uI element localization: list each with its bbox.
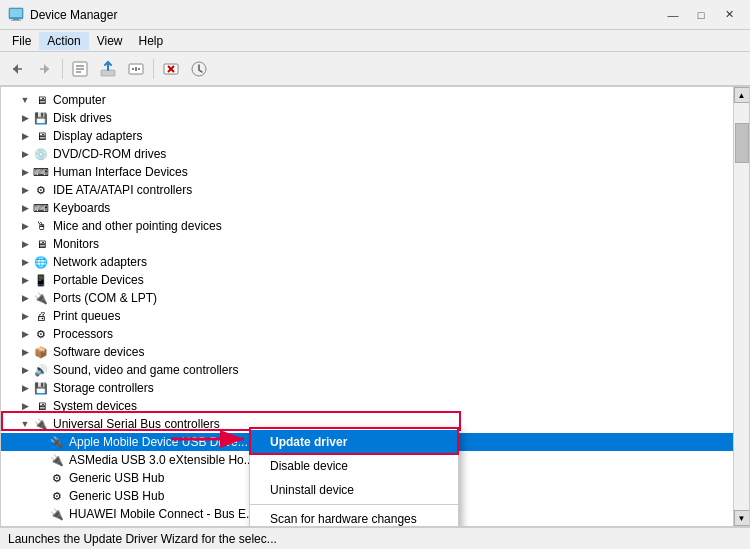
context-menu-uninstall-device[interactable]: Uninstall device [250,478,458,502]
item-label: Computer [53,93,106,107]
status-text: Launches the Update Driver Wizard for th… [8,532,277,546]
list-item[interactable]: ▶ Network adapters [1,253,733,271]
expand-icon[interactable]: ▶ [17,272,33,288]
title-bar: Device Manager — □ ✕ [0,0,750,30]
menu-view[interactable]: View [89,32,131,50]
item-label: Ports (COM & LPT) [53,291,157,305]
scroll-down-button[interactable]: ▼ [734,510,750,526]
toolbar-update-driver-button[interactable] [95,56,121,82]
title-bar-left: Device Manager [8,7,117,23]
list-item[interactable]: ▶ Mice and other pointing devices [1,217,733,235]
list-item[interactable]: ▶ Ports (COM & LPT) [1,289,733,307]
list-item[interactable]: ▶ Software devices [1,343,733,361]
svg-rect-1 [10,9,22,17]
sound-icon [33,362,49,378]
context-menu: Update driver Disable device Uninstall d… [249,427,459,527]
expand-icon[interactable]: ▶ [17,164,33,180]
expand-icon[interactable]: ▼ [17,92,33,108]
usb-hub-icon [49,488,65,504]
usb-icon [33,416,49,432]
item-label: Processors [53,327,113,341]
list-item[interactable]: ▼ Computer [1,91,733,109]
minimize-button[interactable]: — [660,5,686,25]
list-item[interactable]: ▶ Processors [1,325,733,343]
context-menu-scan-changes[interactable]: Scan for hardware changes [250,507,458,527]
list-item[interactable]: ▶ Keyboards [1,199,733,217]
toolbar-scan-button[interactable] [123,56,149,82]
close-button[interactable]: ✕ [716,5,742,25]
expand-icon[interactable]: ▼ [17,416,33,432]
toolbar-forward-button[interactable] [32,56,58,82]
list-item[interactable]: ▶ IDE ATA/ATAPI controllers [1,181,733,199]
menu-help[interactable]: Help [131,32,172,50]
scroll-track[interactable] [734,103,750,510]
list-item[interactable]: ▶ Print queues [1,307,733,325]
expand-icon[interactable]: ▶ [17,308,33,324]
toolbar-separator-1 [62,59,63,79]
context-menu-separator-1 [250,504,458,505]
item-label: Keyboards [53,201,110,215]
expand-icon[interactable]: ▶ [17,362,33,378]
ports-icon [33,290,49,306]
expand-icon[interactable]: ▶ [17,200,33,216]
expand-icon[interactable]: ▶ [17,326,33,342]
disk-icon [33,110,49,126]
keyboard-icon [33,200,49,216]
dvd-icon [33,146,49,162]
toolbar-properties-button[interactable] [67,56,93,82]
item-label: DVD/CD-ROM drives [53,147,166,161]
network-icon [33,254,49,270]
item-label: System devices [53,399,137,413]
maximize-button[interactable]: □ [688,5,714,25]
menu-file[interactable]: File [4,32,39,50]
expand-icon[interactable]: ▶ [17,398,33,414]
item-label: Generic USB Hub [69,489,164,503]
item-label: ASMedia USB 3.0 eXtensible Ho... [69,453,254,467]
ide-icon [33,182,49,198]
item-label: Human Interface Devices [53,165,188,179]
item-label: Sound, video and game controllers [53,363,238,377]
scroll-thumb[interactable] [735,123,749,163]
list-item[interactable]: ▶ Sound, video and game controllers [1,361,733,379]
menu-action[interactable]: Action [39,32,88,50]
list-item[interactable]: ▶ Disk drives [1,109,733,127]
context-menu-disable-device[interactable]: Disable device [250,454,458,478]
main-content: ▼ Computer ▶ Disk drives ▶ Display adapt… [0,86,750,527]
expand-icon[interactable]: ▶ [17,182,33,198]
expand-icon[interactable]: ▶ [17,128,33,144]
list-item[interactable]: ▶ Human Interface Devices [1,163,733,181]
expand-icon[interactable]: ▶ [17,290,33,306]
expand-icon[interactable]: ▶ [17,146,33,162]
toolbar-view-button[interactable] [186,56,212,82]
context-menu-update-driver[interactable]: Update driver [250,430,458,454]
list-item[interactable]: ▶ DVD/CD-ROM drives [1,145,733,163]
expand-icon[interactable]: ▶ [17,344,33,360]
expand-icon[interactable]: ▶ [17,236,33,252]
expand-icon[interactable]: ▶ [17,254,33,270]
list-item[interactable]: ▶ System devices [1,397,733,415]
title-text: Device Manager [30,8,117,22]
toolbar-back-button[interactable] [4,56,30,82]
item-label: Monitors [53,237,99,251]
item-label: Display adapters [53,129,142,143]
toolbar [0,52,750,86]
item-label: Generic USB Hub [69,471,164,485]
expand-icon[interactable]: ▶ [17,218,33,234]
scroll-up-button[interactable]: ▲ [734,87,750,103]
scrollbar-vertical[interactable]: ▲ ▼ [733,87,749,526]
list-item[interactable]: ▶ Storage controllers [1,379,733,397]
expand-icon[interactable]: ▶ [17,380,33,396]
mouse-icon [33,218,49,234]
item-label: Portable Devices [53,273,144,287]
list-item[interactable]: ▶ Monitors [1,235,733,253]
item-label: Mice and other pointing devices [53,219,222,233]
item-label: HUAWEI Mobile Connect - Bus E... [69,507,256,521]
display-icon [33,128,49,144]
list-item[interactable]: ▶ Display adapters [1,127,733,145]
item-label: Intel(R) 7 Series/C216 Chipset Fa... [69,525,259,526]
list-item[interactable]: ▶ Portable Devices [1,271,733,289]
usb-dev-icon [49,524,65,526]
expand-icon[interactable]: ▶ [17,110,33,126]
svg-rect-3 [11,20,21,21]
toolbar-uninstall-button[interactable] [158,56,184,82]
